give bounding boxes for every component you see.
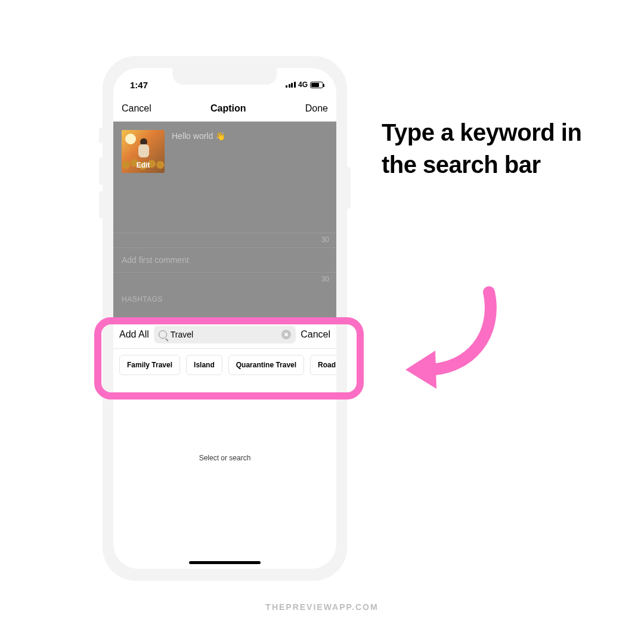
hashtag-chip[interactable]: Quarantine Travel [228,355,304,375]
hashtags-section-label: HASHTAGS [113,287,336,309]
post-thumbnail[interactable]: Edit [122,130,165,173]
footer-credit: THEPREVIEWAPP.COM [0,602,644,612]
empty-state-label: Select or search [113,382,336,462]
home-indicator [189,561,261,564]
phone-notch [173,68,277,85]
hashtag-suggestion-row: Family Travel Island Quarantine Travel R… [113,349,336,382]
status-time: 1:47 [130,80,148,90]
power-button [347,167,351,209]
hashtag-chip[interactable]: Road T [310,355,336,375]
done-button[interactable]: Done [305,103,328,114]
add-all-button[interactable]: Add All [119,329,149,340]
phone-screen: 1:47 4G Cancel Caption Done Edit H [113,68,336,569]
status-right-cluster: 4G [286,80,323,89]
caption-text[interactable]: Hello world 👋 [172,130,225,173]
battery-icon [310,82,323,88]
callout-arrow-icon [394,280,513,400]
volume-down-button [99,191,103,218]
edit-thumbnail-label[interactable]: Edit [122,161,165,169]
first-comment-input[interactable]: Add first comment [113,247,336,272]
cancel-button[interactable]: Cancel [122,103,151,114]
phone-frame: 1:47 4G Cancel Caption Done Edit H [103,56,347,581]
comment-char-count: 30 [113,272,336,287]
hashtag-chip[interactable]: Family Travel [119,355,180,375]
hashtag-chip[interactable]: Island [186,355,222,375]
search-input[interactable] [171,330,278,339]
caption-nav-header: Cancel Caption Done [113,95,336,122]
volume-up-button [99,157,103,185]
page-title: Caption [210,103,246,114]
instruction-text: Type a keyword in the search bar [382,116,602,181]
signal-icon [286,82,296,88]
hashtag-search-field[interactable] [154,326,296,343]
network-label: 4G [298,80,308,89]
hashtag-tabs-obscured [113,309,336,320]
mute-switch [99,128,103,143]
clear-search-icon[interactable] [281,330,291,339]
hashtag-search-row: Add All Cancel [113,320,336,349]
search-icon [159,330,167,339]
dimmed-caption-area: Edit Hello world 👋 30 Add first comment … [113,122,336,320]
search-cancel-button[interactable]: Cancel [301,329,330,340]
caption-char-count: 30 [113,233,336,247]
